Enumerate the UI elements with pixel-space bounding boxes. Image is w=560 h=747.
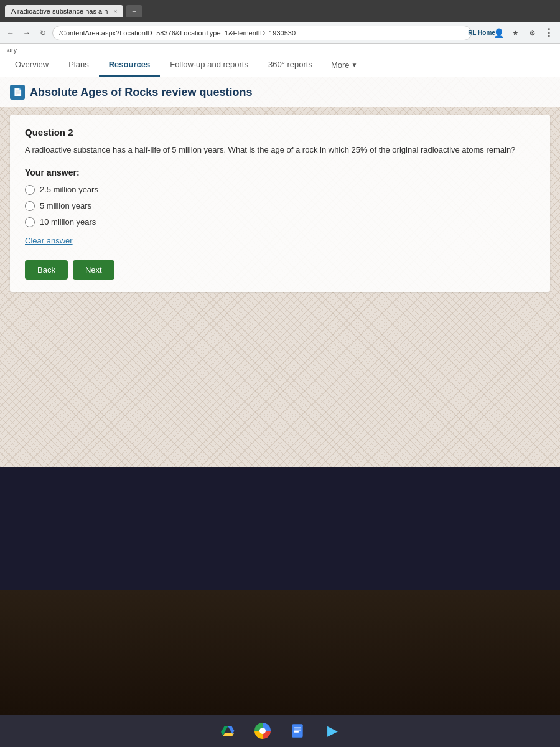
option-1[interactable]: 2.5 million years [25,185,535,195]
taskbar-docs-icon[interactable] [286,719,309,743]
page-title-bar: 📄 Absolute Ages of Rocks review question… [0,77,560,107]
tab-resources[interactable]: Resources [99,54,160,77]
tab-close-button[interactable]: × [113,8,117,15]
taskbar-drive-icon[interactable] [216,719,240,743]
active-browser-tab[interactable]: A radioactive substance has a h × [5,5,123,17]
option-2[interactable]: 5 million years [25,201,535,211]
docs-icon-svg [289,723,306,739]
svg-rect-0 [292,724,302,738]
your-answer-label: Your answer: [25,167,535,177]
page-breadcrumb: ary [0,44,560,54]
more-chevron-icon: ▼ [352,62,358,68]
taskbar-chrome-icon[interactable] [251,719,274,743]
address-bar-input[interactable] [52,26,472,40]
svg-rect-1 [294,728,301,729]
chrome-icon [254,723,271,739]
tab-360reports[interactable]: 360° reports [258,54,322,77]
radio-option-3[interactable] [25,217,35,227]
page-title-icon: 📄 [10,85,25,100]
forward-nav-button[interactable]: → [20,26,34,40]
home-button[interactable]: RL Home [474,26,489,40]
taskbar-play-icon[interactable]: ▶ [320,719,344,743]
desk-area [0,590,560,715]
question-label: Question 2 [25,127,535,138]
question-text: A radioactive substance has a half-life … [25,144,535,156]
clear-answer-link[interactable]: Clear answer [25,236,73,245]
extension-icon-2[interactable]: ⚙ [525,26,539,40]
menu-icon[interactable]: ⋮ [541,26,556,40]
option-2-label[interactable]: 5 million years [40,201,91,210]
tab-plans[interactable]: Plans [58,54,99,77]
tab-more[interactable]: More ▼ [322,54,366,76]
back-button[interactable]: Back [25,260,68,280]
option-3[interactable]: 10 million years [25,217,535,227]
chromeos-taskbar: ▶ [0,715,560,747]
tab-overview[interactable]: Overview [5,54,58,77]
new-tab-button[interactable]: + [126,5,142,17]
back-nav-button[interactable]: ← [4,26,17,40]
extension-icon-1[interactable]: ★ [508,26,523,40]
page-title: Absolute Ages of Rocks review questions [30,86,252,99]
tab-title: A radioactive substance has a h [11,7,108,15]
radio-option-2[interactable] [25,201,35,211]
button-row: Back Next [25,260,535,280]
reload-button[interactable]: ↻ [36,26,50,40]
toolbar-icons: RL Home 👤 ★ ⚙ ⋮ [474,26,556,40]
user-icon-button[interactable]: 👤 [491,26,506,40]
option-1-label[interactable]: 2.5 million years [40,185,98,194]
drive-icon-svg [220,723,235,738]
play-icon: ▶ [325,723,340,738]
main-content: ary Overview Plans Resources Follow-up a… [0,44,560,467]
tab-followup[interactable]: Follow-up and reports [160,54,258,77]
browser-chrome: A radioactive substance has a h × + [0,0,560,22]
more-label: More [331,60,350,70]
nav-tabs-container: Overview Plans Resources Follow-up and r… [0,54,560,77]
address-bar-row: ← → ↻ RL Home 👤 ★ ⚙ ⋮ [0,22,560,44]
svg-rect-2 [294,730,301,731]
svg-rect-3 [294,731,299,733]
next-button[interactable]: Next [73,260,114,280]
radio-option-1[interactable] [25,185,35,195]
top-navigation: ary Overview Plans Resources Follow-up a… [0,44,560,77]
option-3-label[interactable]: 10 million years [40,217,96,227]
question-container: Question 2 A radioactive substance has a… [10,115,550,292]
